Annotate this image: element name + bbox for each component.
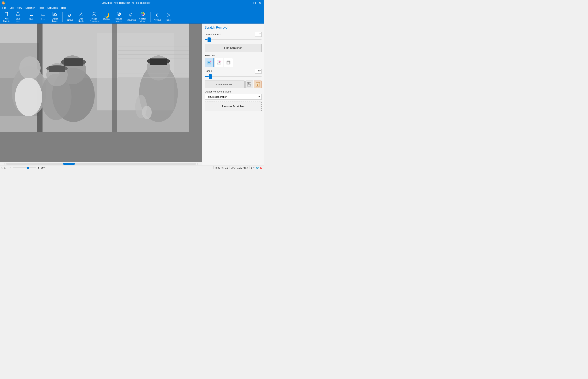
toolbar-undo-brush[interactable]: ↩ UndoBrush (75, 11, 87, 23)
menu-file[interactable]: File (1, 6, 8, 10)
app-logo-icon: 🎨 (1, 1, 5, 5)
scratches-size-thumb[interactable] (208, 37, 211, 42)
toolbar-remove[interactable]: Remove (64, 11, 75, 23)
toolbar-previous[interactable]: Previous (152, 11, 163, 23)
toolbar-retouching[interactable]: Retouching (126, 11, 136, 23)
scroll-thumb[interactable] (63, 163, 75, 165)
time-label: Time (s): 0.1 (215, 166, 228, 169)
svg-point-20 (131, 14, 131, 14)
retouching-label: Retouching (126, 19, 136, 21)
scratches-size-slider[interactable] (205, 38, 262, 42)
scroll-right-arrow[interactable]: ▶ (196, 163, 199, 165)
menu-selection[interactable]: Selection (24, 6, 36, 10)
menu-tools[interactable]: Tools (37, 6, 45, 10)
scratches-size-fill (205, 39, 208, 40)
undo-label: Undo (29, 18, 34, 20)
brush-select-tool[interactable] (205, 58, 213, 67)
zoom-thumb[interactable] (27, 167, 29, 169)
next-icon (166, 12, 171, 18)
right-panel: Scratch Remover Scratches size 2 Find Sc… (202, 24, 264, 165)
texture-generation-dropdown[interactable]: Texture generation ▾ (205, 94, 262, 100)
status-sep-1 (8, 166, 8, 169)
svg-point-53 (15, 78, 42, 116)
redo-icon: ↪ (41, 13, 45, 18)
zoom-level: 75% (41, 166, 48, 169)
rect-select-icon (226, 60, 231, 65)
statusbar: ℹ ⊞ − + 75% Time (s): 0.1 JPG 1172×663 ℹ… (0, 165, 264, 170)
colorize-photo-label: Colorizephoto (139, 18, 147, 22)
reduce-blurring-icon (116, 11, 122, 17)
status-crop-icon[interactable]: ⊞ (4, 166, 6, 169)
menu-view[interactable]: View (16, 6, 24, 10)
add-files-icon (4, 11, 9, 17)
toolbar-denoise[interactable]: 🌙 Denoise (102, 11, 112, 23)
load-selection-button[interactable] (254, 80, 262, 88)
svg-point-12 (117, 12, 121, 16)
status-icon-info[interactable]: ℹ (251, 166, 252, 169)
toolbar-reduce-blurring[interactable]: Reduceblurring (113, 11, 125, 23)
menu-help[interactable]: Help (60, 6, 68, 10)
toolbar-redo[interactable]: ↪ Redo (38, 11, 48, 23)
scratches-size-track (205, 39, 262, 40)
save-as-label: Saveas... (16, 18, 20, 22)
zoom-plus-button[interactable]: + (37, 166, 39, 170)
svg-rect-64 (248, 85, 251, 86)
main: ◀ ▶ Scratch Remover Scratches size 2 (0, 24, 264, 165)
remove-scratches-button[interactable]: Remove Scratches (205, 102, 262, 111)
horizontal-scrollbar[interactable]: ◀ ▶ (0, 162, 202, 165)
status-sep-2 (213, 166, 213, 169)
svg-point-7 (54, 13, 55, 14)
toolbar-colorize-photo[interactable]: Colorizephoto (137, 11, 149, 23)
svg-rect-37 (150, 58, 167, 65)
svg-point-57 (210, 61, 211, 62)
svg-rect-27 (112, 24, 117, 132)
scratches-size-value[interactable]: 2 (255, 32, 262, 37)
scroll-track[interactable] (6, 163, 196, 165)
radius-section: Radius 12 (205, 69, 262, 79)
remove-icon (67, 12, 72, 18)
radius-thumb[interactable] (209, 74, 212, 79)
menu-softorbits[interactable]: SoftOrbits (46, 6, 59, 10)
clear-selection-button[interactable]: Clear Selection (205, 80, 245, 88)
status-info-icon[interactable]: ℹ (1, 166, 2, 169)
toolbar-save-as[interactable]: Saveas... (13, 11, 23, 23)
radius-value[interactable]: 12 (255, 69, 262, 74)
minimize-button[interactable]: — (246, 0, 252, 5)
toolbar-undo[interactable]: ↩ Undo (27, 11, 37, 23)
find-scratches-label: Find Scratches (224, 46, 242, 49)
radius-slider[interactable] (205, 75, 262, 79)
undo-brush-icon: ↩ (78, 11, 84, 17)
toolbar-original-image[interactable]: OriginalImage (49, 11, 61, 23)
selection-section: Selection (205, 54, 262, 67)
svg-rect-33 (64, 58, 83, 66)
close-button[interactable]: ✕ (257, 0, 262, 5)
undo-icon: ↩ (30, 13, 34, 18)
previous-icon (155, 12, 160, 18)
status-right: Time (s): 0.1 JPG 1172×663 ℹ f 🐦 ▶ (213, 166, 262, 169)
brush-icon (207, 60, 212, 65)
maximize-button[interactable]: ❐ (252, 0, 257, 5)
scroll-left-arrow[interactable]: ◀ (3, 163, 6, 165)
status-sep-3 (229, 166, 230, 169)
menu-edit[interactable]: Edit (8, 6, 15, 10)
svg-rect-0 (5, 12, 8, 16)
save-selection-button[interactable] (245, 80, 253, 88)
status-icon-twitter[interactable]: 🐦 (256, 166, 259, 169)
status-icon-youtube[interactable]: ▶ (261, 166, 262, 169)
zoom-minus-button[interactable]: − (9, 166, 11, 170)
toolbar-add-files[interactable]: AddFile(s)... (1, 11, 12, 23)
titlebar-controls: — ❐ ✕ (246, 0, 262, 5)
find-scratches-button[interactable]: Find Scratches (205, 44, 262, 52)
texture-generation-value: Texture generation (206, 95, 227, 98)
rect-select-tool[interactable] (224, 58, 233, 67)
toolbar-separator-1 (25, 12, 25, 22)
previous-label: Previous (154, 19, 161, 21)
status-icon-facebook[interactable]: f (254, 166, 254, 169)
canvas-scroll-area[interactable] (0, 24, 202, 162)
zoom-slider[interactable] (13, 167, 36, 168)
toolbar-separator-2 (62, 12, 63, 22)
toolbar-next[interactable]: Next (163, 11, 174, 23)
svg-rect-5 (16, 14, 19, 16)
erase-select-tool[interactable] (214, 58, 223, 67)
toolbar-image-correction[interactable]: ImageCorrection (87, 11, 101, 23)
